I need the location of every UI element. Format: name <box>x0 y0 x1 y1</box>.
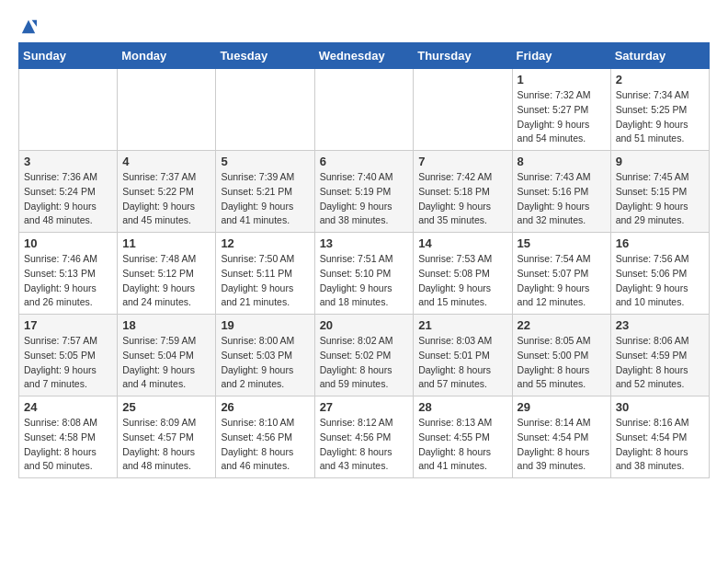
day-info: Sunrise: 7:39 AM Sunset: 5:21 PM Dayligh… <box>221 170 309 228</box>
day-info: Sunrise: 8:10 AM Sunset: 4:56 PM Dayligh… <box>221 416 309 474</box>
day-number: 17 <box>24 318 112 332</box>
day-info: Sunrise: 7:54 AM Sunset: 5:07 PM Dayligh… <box>518 252 606 310</box>
day-number: 23 <box>616 318 704 332</box>
calendar-cell: 3Sunrise: 7:36 AM Sunset: 5:24 PM Daylig… <box>19 151 118 233</box>
weekday-header: Thursday <box>414 43 512 69</box>
calendar-cell <box>314 69 414 151</box>
day-number: 8 <box>518 155 606 168</box>
day-number: 11 <box>122 236 210 250</box>
day-info: Sunrise: 8:02 AM Sunset: 5:02 PM Dayligh… <box>320 334 409 392</box>
day-info: Sunrise: 7:50 AM Sunset: 5:11 PM Dayligh… <box>221 252 309 310</box>
calendar-cell: 21Sunrise: 8:03 AM Sunset: 5:01 PM Dayli… <box>414 315 512 396</box>
day-info: Sunrise: 7:42 AM Sunset: 5:18 PM Dayligh… <box>418 170 506 228</box>
calendar-cell: 4Sunrise: 7:37 AM Sunset: 5:22 PM Daylig… <box>118 151 216 233</box>
calendar-week-row: 24Sunrise: 8:08 AM Sunset: 4:58 PM Dayli… <box>19 396 710 478</box>
calendar-cell: 22Sunrise: 8:05 AM Sunset: 5:00 PM Dayli… <box>512 315 610 396</box>
day-info: Sunrise: 7:46 AM Sunset: 5:13 PM Dayligh… <box>24 252 112 310</box>
day-number: 16 <box>616 236 704 250</box>
calendar-cell: 7Sunrise: 7:42 AM Sunset: 5:18 PM Daylig… <box>414 151 512 233</box>
calendar-cell: 23Sunrise: 8:06 AM Sunset: 4:59 PM Dayli… <box>610 315 709 396</box>
day-info: Sunrise: 8:03 AM Sunset: 5:01 PM Dayligh… <box>418 334 506 392</box>
calendar-cell <box>216 69 314 151</box>
day-number: 6 <box>320 155 409 168</box>
calendar-cell: 20Sunrise: 8:02 AM Sunset: 5:02 PM Dayli… <box>314 315 414 396</box>
calendar: SundayMondayTuesdayWednesdayThursdayFrid… <box>18 42 710 478</box>
calendar-cell <box>19 69 118 151</box>
day-number: 18 <box>122 318 210 332</box>
calendar-cell: 10Sunrise: 7:46 AM Sunset: 5:13 PM Dayli… <box>19 233 118 315</box>
day-info: Sunrise: 7:43 AM Sunset: 5:16 PM Dayligh… <box>518 170 606 228</box>
day-number: 22 <box>518 318 606 332</box>
day-number: 26 <box>221 400 309 414</box>
day-info: Sunrise: 7:48 AM Sunset: 5:12 PM Dayligh… <box>122 252 210 310</box>
calendar-cell: 12Sunrise: 7:50 AM Sunset: 5:11 PM Dayli… <box>216 233 314 315</box>
calendar-cell: 24Sunrise: 8:08 AM Sunset: 4:58 PM Dayli… <box>19 396 118 478</box>
day-number: 29 <box>518 400 606 414</box>
calendar-cell: 8Sunrise: 7:43 AM Sunset: 5:16 PM Daylig… <box>512 151 610 233</box>
calendar-cell: 30Sunrise: 8:16 AM Sunset: 4:54 PM Dayli… <box>610 396 709 478</box>
calendar-cell: 26Sunrise: 8:10 AM Sunset: 4:56 PM Dayli… <box>216 396 314 478</box>
calendar-cell: 25Sunrise: 8:09 AM Sunset: 4:57 PM Dayli… <box>118 396 216 478</box>
calendar-cell <box>118 69 216 151</box>
day-number: 4 <box>122 155 210 168</box>
day-number: 10 <box>24 236 112 250</box>
day-info: Sunrise: 7:51 AM Sunset: 5:10 PM Dayligh… <box>320 252 409 310</box>
day-info: Sunrise: 7:57 AM Sunset: 5:05 PM Dayligh… <box>24 334 112 392</box>
logo <box>18 18 37 33</box>
calendar-cell: 17Sunrise: 7:57 AM Sunset: 5:05 PM Dayli… <box>19 315 118 396</box>
calendar-cell: 13Sunrise: 7:51 AM Sunset: 5:10 PM Dayli… <box>314 233 414 315</box>
day-number: 25 <box>122 400 210 414</box>
day-info: Sunrise: 7:59 AM Sunset: 5:04 PM Dayligh… <box>122 334 210 392</box>
calendar-cell: 1Sunrise: 7:32 AM Sunset: 5:27 PM Daylig… <box>512 69 610 151</box>
day-number: 7 <box>418 155 506 168</box>
day-info: Sunrise: 7:32 AM Sunset: 5:27 PM Dayligh… <box>518 88 606 146</box>
calendar-cell: 16Sunrise: 7:56 AM Sunset: 5:06 PM Dayli… <box>610 233 709 315</box>
calendar-cell: 27Sunrise: 8:12 AM Sunset: 4:56 PM Dayli… <box>314 396 414 478</box>
day-number: 20 <box>320 318 409 332</box>
weekday-header: Sunday <box>19 43 118 69</box>
day-info: Sunrise: 8:13 AM Sunset: 4:55 PM Dayligh… <box>418 416 506 474</box>
weekday-header: Wednesday <box>314 43 414 69</box>
day-info: Sunrise: 7:40 AM Sunset: 5:19 PM Dayligh… <box>320 170 409 228</box>
calendar-week-row: 3Sunrise: 7:36 AM Sunset: 5:24 PM Daylig… <box>19 151 710 233</box>
weekday-header-row: SundayMondayTuesdayWednesdayThursdayFrid… <box>19 43 710 69</box>
day-number: 27 <box>320 400 409 414</box>
weekday-header: Friday <box>512 43 610 69</box>
day-number: 3 <box>24 155 112 168</box>
logo-icon <box>20 18 37 35</box>
day-info: Sunrise: 8:16 AM Sunset: 4:54 PM Dayligh… <box>616 416 704 474</box>
calendar-cell: 11Sunrise: 7:48 AM Sunset: 5:12 PM Dayli… <box>118 233 216 315</box>
calendar-week-row: 1Sunrise: 7:32 AM Sunset: 5:27 PM Daylig… <box>19 69 710 151</box>
day-number: 21 <box>418 318 506 332</box>
day-info: Sunrise: 7:45 AM Sunset: 5:15 PM Dayligh… <box>616 170 704 228</box>
day-number: 24 <box>24 400 112 414</box>
calendar-cell: 18Sunrise: 7:59 AM Sunset: 5:04 PM Dayli… <box>118 315 216 396</box>
calendar-cell: 2Sunrise: 7:34 AM Sunset: 5:25 PM Daylig… <box>610 69 709 151</box>
day-number: 30 <box>616 400 704 414</box>
day-number: 15 <box>518 236 606 250</box>
svg-marker-1 <box>32 20 37 27</box>
day-number: 5 <box>221 155 309 168</box>
calendar-cell: 9Sunrise: 7:45 AM Sunset: 5:15 PM Daylig… <box>610 151 709 233</box>
calendar-cell: 15Sunrise: 7:54 AM Sunset: 5:07 PM Dayli… <box>512 233 610 315</box>
day-info: Sunrise: 8:06 AM Sunset: 4:59 PM Dayligh… <box>616 334 704 392</box>
page-header <box>18 18 710 33</box>
day-info: Sunrise: 7:56 AM Sunset: 5:06 PM Dayligh… <box>616 252 704 310</box>
day-info: Sunrise: 8:09 AM Sunset: 4:57 PM Dayligh… <box>122 416 210 474</box>
day-number: 2 <box>616 73 704 86</box>
svg-marker-0 <box>22 20 35 33</box>
calendar-cell <box>414 69 512 151</box>
day-info: Sunrise: 8:14 AM Sunset: 4:54 PM Dayligh… <box>518 416 606 474</box>
calendar-cell: 5Sunrise: 7:39 AM Sunset: 5:21 PM Daylig… <box>216 151 314 233</box>
day-info: Sunrise: 7:36 AM Sunset: 5:24 PM Dayligh… <box>24 170 112 228</box>
day-number: 19 <box>221 318 309 332</box>
day-info: Sunrise: 7:37 AM Sunset: 5:22 PM Dayligh… <box>122 170 210 228</box>
day-info: Sunrise: 8:05 AM Sunset: 5:00 PM Dayligh… <box>518 334 606 392</box>
calendar-week-row: 17Sunrise: 7:57 AM Sunset: 5:05 PM Dayli… <box>19 315 710 396</box>
weekday-header: Saturday <box>610 43 709 69</box>
weekday-header: Tuesday <box>216 43 314 69</box>
calendar-cell: 29Sunrise: 8:14 AM Sunset: 4:54 PM Dayli… <box>512 396 610 478</box>
day-number: 9 <box>616 155 704 168</box>
day-number: 13 <box>320 236 409 250</box>
calendar-cell: 14Sunrise: 7:53 AM Sunset: 5:08 PM Dayli… <box>414 233 512 315</box>
